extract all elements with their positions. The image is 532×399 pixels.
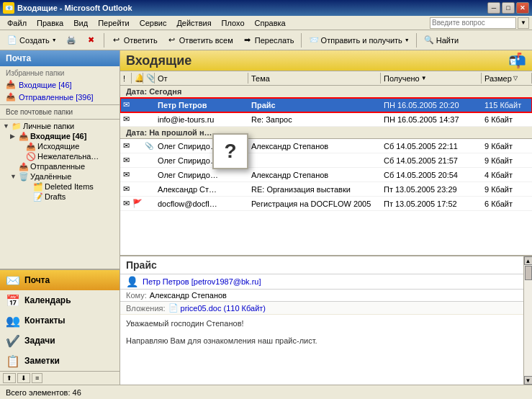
nav-tasks[interactable]: ✔️ Задачи: [0, 331, 120, 351]
reply-all-button[interactable]: ↩ Ответить всем: [163, 32, 237, 49]
sidebar-title: Почта: [6, 53, 31, 63]
preview-attachment-file[interactable]: 📄 price05.doc (110 Кбайт): [168, 303, 266, 313]
create-label: Создать: [19, 36, 50, 45]
email-received-7: Пт 13.05.2005 17:52: [381, 200, 482, 208]
sort-arrow-icon: ▼: [421, 75, 427, 81]
date-group-lastweek: Дата: На прошлой н…: [120, 127, 532, 139]
maximize-button[interactable]: □: [502, 2, 515, 14]
scroll-thumb[interactable]: [525, 266, 532, 280]
tasks-nav-label: Задачи: [24, 336, 55, 346]
expand-outgoing-icon: [17, 143, 24, 150]
expand-inbox-icon[interactable]: ▶: [10, 133, 17, 140]
scroll-up-button[interactable]: ▲: [524, 256, 533, 265]
outgoing-icon: 📤: [26, 142, 36, 151]
email-received-2: ПН 16.05.2005 14:37: [381, 115, 482, 124]
folder-tree: ▼ 📁 Личные папки ▶ 📥 Входящие [46] 📤: [0, 120, 120, 269]
email-row[interactable]: ✉ Олег Спиридо… Александр Степанов Сб 14…: [120, 168, 532, 182]
email-row[interactable]: ✉ Олег Спиридо… Сб 14.05.2005 21:57 9 Кб…: [120, 153, 532, 168]
email-row[interactable]: ✉ 📎 Олег Спиридо… Александр Степанов Сб …: [120, 139, 532, 153]
col-header-attach[interactable]: 📎: [143, 73, 155, 84]
col-header-subject[interactable]: Тема: [248, 73, 381, 84]
col-header-size[interactable]: Размер ▽: [482, 73, 532, 84]
folder-drafts[interactable]: 📝 Drafts: [22, 192, 120, 202]
preview-body-line1: Уважаемый господин Степанов!: [126, 319, 518, 328]
folder-inbox[interactable]: ▶ 📥 Входящие [46]: [7, 131, 120, 141]
menu-go[interactable]: Перейти: [94, 18, 134, 28]
email-row[interactable]: ✉ info@ie-tours.ru Re: Запрос ПН 16.05.2…: [120, 112, 532, 127]
sidebar-favorite-inbox[interactable]: 📥 Входящие [46]: [0, 79, 120, 91]
sidebar-favorite-sent[interactable]: 📤 Отправленные [396]: [0, 91, 120, 103]
scroll-down-button[interactable]: ▼: [524, 376, 533, 385]
folder-sent[interactable]: 📤 Отправленные: [7, 161, 120, 171]
nav-buttons: ✉️ Почта 📅 Календарь 👥 Контакты ✔️ Задач…: [0, 269, 120, 371]
forward-button[interactable]: ➡ Переслать: [238, 32, 298, 49]
menu-tools[interactable]: Сервис: [135, 18, 171, 28]
minimize-button[interactable]: ─: [487, 2, 500, 14]
folder-personal[interactable]: ▼ 📁 Личные папки: [0, 121, 120, 131]
deleted-items-label: Deleted Items: [45, 182, 94, 191]
nav-contacts[interactable]: 👥 Контакты: [0, 310, 120, 331]
nav-calendar[interactable]: 📅 Календарь: [0, 290, 120, 310]
question-dialog: ?: [212, 133, 248, 169]
preview-subject: Прайс: [126, 259, 157, 271]
preview-pane: Прайс 👤 Петр Петров [petrov1987@bk.ru] К…: [120, 255, 532, 385]
col-header-received[interactable]: Получено ▼: [381, 73, 482, 84]
mail-nav-icon: ✉️: [6, 273, 20, 287]
email-row[interactable]: ✉ Петр Петров Прайс ПН 16.05.2005 20:20 …: [120, 98, 532, 112]
nav-expand-button[interactable]: ⬇: [17, 373, 30, 383]
contacts-nav-label: Контакты: [24, 315, 66, 326]
email-row[interactable]: ✉ 🚩 docflow@docfl… Регистрация на DOCFLO…: [120, 197, 532, 211]
menu-help[interactable]: Справка: [251, 18, 290, 28]
menu-view[interactable]: Вид: [69, 18, 92, 28]
nav-options-button[interactable]: ≡: [32, 373, 42, 383]
reply-button[interactable]: ↩ Ответить: [107, 32, 161, 49]
expand-deleted-icon[interactable]: ▼: [10, 173, 17, 180]
inbox-fav-label: Входящие [46]: [19, 81, 72, 89]
favorites-label: Избранные папки: [0, 66, 120, 79]
folder-junk[interactable]: 🚫 Нежелательна…: [14, 151, 120, 161]
notes-nav-icon: 📋: [6, 354, 20, 368]
sent-label: Отправленные: [30, 162, 85, 171]
expand-drafts-icon: [24, 193, 32, 200]
email-subject-3: Александр Степанов: [248, 142, 381, 151]
menu-bad[interactable]: Плохо: [217, 18, 249, 28]
search-dropdown-button[interactable]: ▼: [518, 17, 529, 29]
email-row[interactable]: ✉ Александр Ст… RE: Организация выставки…: [120, 182, 532, 197]
print-button[interactable]: 🖨️: [62, 32, 81, 49]
preview-scrollbar[interactable]: ▲ ▼: [523, 256, 532, 385]
preview-from-icon: 👤: [126, 276, 138, 287]
email-size-3: 9 Кбайт: [482, 142, 532, 151]
menu-edit[interactable]: Правка: [32, 18, 68, 28]
expand-personal-icon[interactable]: ▼: [3, 122, 10, 130]
all-folders-label: Все почтовые папки: [0, 104, 120, 120]
menu-file[interactable]: Файл: [3, 18, 31, 28]
preview-meta: 👤 Петр Петров [petrov1987@bk.ru]: [120, 274, 523, 290]
mail-nav-label: Почта: [24, 275, 50, 285]
nav-mail[interactable]: ✉️ Почта: [0, 270, 120, 290]
close-button[interactable]: ✕: [516, 2, 529, 14]
col-header-from[interactable]: От: [155, 73, 248, 84]
sidebar: Почта Избранные папки 📥 Входящие [46] 📤 …: [0, 50, 120, 385]
expand-deleted-items-icon: [24, 183, 32, 190]
find-button[interactable]: 🔍 Найти: [420, 32, 462, 49]
email-received-5: Сб 14.05.2005 20:54: [381, 171, 482, 179]
folder-deleted[interactable]: ▼ 🗑️ Удалённые: [7, 171, 120, 181]
reply-icon: ↩: [111, 35, 122, 46]
folder-deleted-items[interactable]: 🗂️ Deleted Items: [22, 181, 120, 192]
create-button[interactable]: 📄 Создать ▼: [3, 32, 60, 49]
deleted-items-icon: 🗂️: [33, 182, 43, 191]
create-dropdown-arrow: ▼: [52, 37, 57, 42]
delete-button[interactable]: ✖: [82, 32, 101, 49]
nav-notes[interactable]: 📋 Заметки: [0, 351, 120, 371]
junk-icon: 🚫: [26, 152, 36, 161]
col-header-icon[interactable]: !: [120, 73, 132, 84]
attachment-file-icon: 📄: [168, 303, 179, 313]
search-input[interactable]: [430, 17, 516, 29]
nav-shortcuts-button[interactable]: ⬆: [3, 373, 16, 383]
menu-actions[interactable]: Действия: [172, 18, 215, 28]
email-received-6: Пт 13.05.2005 23:29: [381, 185, 482, 194]
folder-outgoing[interactable]: 📤 Исходящие: [14, 141, 120, 151]
separator-3: [416, 33, 417, 48]
send-receive-button[interactable]: 📨 Отправить и получить ▼: [305, 32, 413, 49]
col-header-flag[interactable]: 🔔: [132, 73, 143, 84]
